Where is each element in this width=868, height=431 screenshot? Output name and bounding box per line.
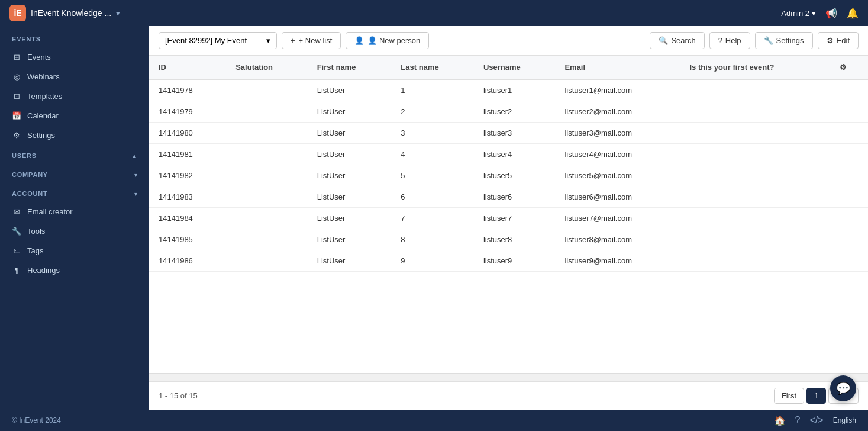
- admin-menu-button[interactable]: Admin 2 ▾: [781, 9, 816, 18]
- cell-first-event: [680, 79, 830, 101]
- cell-first-event: [680, 250, 830, 272]
- table-row[interactable]: 14141978 ListUser 1 listuser1 listuser1@…: [149, 79, 868, 101]
- table-row[interactable]: 14141979 ListUser 2 listuser2 listuser2@…: [149, 101, 868, 123]
- users-section[interactable]: USERS ▲: [0, 145, 149, 164]
- company-section[interactable]: COMPANY ▾: [0, 164, 149, 183]
- cell-email: listuser3@mail.com: [555, 123, 680, 144]
- cell-lastname: 6: [391, 186, 474, 208]
- sidebar-item-tags[interactable]: 🏷 Tags: [0, 241, 149, 260]
- cell-firstname: ListUser: [308, 123, 392, 144]
- help-label: Help: [725, 36, 741, 45]
- cell-username: listuser9: [474, 250, 556, 272]
- col-header-email: Email: [555, 56, 680, 79]
- sidebar-item-settings[interactable]: ⚙ Settings: [0, 126, 149, 145]
- calendar-icon: 📅: [12, 111, 21, 120]
- people-table: ID Salutation First name Last name Usern…: [149, 56, 868, 272]
- sidebar-item-label: Email creator: [27, 207, 73, 216]
- cell-username: listuser2: [474, 101, 556, 123]
- table-row[interactable]: 14141985 ListUser 8 listuser8 listuser8@…: [149, 229, 868, 250]
- sidebar: EVENTS ⊞ Events ◎ Webinars ⊡ Templates 📅…: [0, 26, 149, 410]
- bell-icon[interactable]: 🔔: [847, 8, 859, 19]
- col-header-salutation: Salutation: [226, 56, 307, 79]
- cell-username: listuser8: [474, 229, 556, 250]
- cell-settings: [830, 186, 868, 208]
- sidebar-item-label: Settings: [27, 131, 55, 140]
- cell-firstname: ListUser: [308, 144, 392, 165]
- sidebar-item-tools[interactable]: 🔧 Tools: [0, 221, 149, 241]
- new-person-button[interactable]: 👤 👤 New person: [346, 32, 429, 49]
- users-section-title: USERS: [12, 152, 37, 159]
- cell-settings: [830, 79, 868, 101]
- sidebar-item-label: Templates: [27, 92, 62, 101]
- cell-salutation: [226, 79, 307, 101]
- cell-firstname: ListUser: [308, 229, 392, 250]
- table-row[interactable]: 14141980 ListUser 3 listuser3 listuser3@…: [149, 123, 868, 144]
- topbar-right: Admin 2 ▾ 📢 🔔: [781, 8, 859, 19]
- event-select-label: [Event 82992] My Event: [165, 36, 247, 45]
- home-icon[interactable]: 🏠: [774, 415, 786, 426]
- company-chevron-icon: ▾: [134, 172, 137, 178]
- table-row[interactable]: 14141984 ListUser 7 listuser7 listuser7@…: [149, 208, 868, 229]
- page-1-button[interactable]: 1: [806, 388, 826, 404]
- sidebar-item-calendar[interactable]: 📅 Calendar: [0, 106, 149, 126]
- event-selector[interactable]: [Event 82992] My Event ▾: [159, 32, 277, 49]
- horizontal-scrollbar[interactable]: [149, 373, 868, 381]
- cell-settings: [830, 250, 868, 272]
- cell-lastname: 1: [391, 79, 474, 101]
- chevron-down-icon: ▾: [812, 9, 816, 18]
- code-icon[interactable]: </>: [810, 415, 824, 426]
- sidebar-item-label: Tags: [27, 246, 43, 255]
- chat-bubble-button[interactable]: 💬: [830, 375, 856, 401]
- sidebar-item-label: Calendar: [27, 111, 59, 120]
- cell-lastname: 3: [391, 123, 474, 144]
- table-row[interactable]: 14141981 ListUser 4 listuser4 listuser4@…: [149, 144, 868, 165]
- account-chevron-icon: ▾: [134, 191, 137, 197]
- cell-email: listuser5@mail.com: [555, 165, 680, 186]
- company-section-title: COMPANY: [12, 171, 48, 178]
- cell-email: listuser7@mail.com: [555, 208, 680, 229]
- new-person-label: 👤 New person: [367, 36, 420, 45]
- account-section[interactable]: ACCOUNT ▾: [0, 183, 149, 202]
- bottombar: © InEvent 2024 🏠 ? </> English: [0, 410, 868, 431]
- sidebar-item-email-creator[interactable]: ✉ Email creator: [0, 202, 149, 221]
- cell-username: listuser5: [474, 165, 556, 186]
- cell-email: listuser8@mail.com: [555, 229, 680, 250]
- notification-icon[interactable]: 📢: [825, 8, 837, 19]
- help-button[interactable]: ? Help: [709, 32, 750, 49]
- plus-icon: +: [291, 36, 295, 45]
- sidebar-item-webinars[interactable]: ◎ Webinars: [0, 67, 149, 86]
- settings-button[interactable]: 🔧 Settings: [755, 32, 813, 49]
- chevron-down-icon[interactable]: ▾: [116, 9, 120, 18]
- cell-id: 14141981: [149, 144, 226, 165]
- cell-username: listuser6: [474, 186, 556, 208]
- new-list-button[interactable]: + + New list: [282, 32, 341, 49]
- toolbar: [Event 82992] My Event ▾ + + New list 👤 …: [149, 26, 868, 56]
- table-wrapper: ID Salutation First name Last name Usern…: [149, 56, 868, 373]
- help-icon: ?: [718, 36, 722, 45]
- cell-id: 14141984: [149, 208, 226, 229]
- cell-settings: [830, 101, 868, 123]
- cell-settings: [830, 144, 868, 165]
- cell-first-event: [680, 208, 830, 229]
- first-page-button[interactable]: First: [774, 388, 804, 404]
- edit-button[interactable]: ⚙ Edit: [818, 32, 859, 49]
- sidebar-item-headings[interactable]: ¶ Headings: [0, 260, 149, 280]
- cell-settings: [830, 229, 868, 250]
- topbar: iE InEvent Knowledge ... ▾ Admin 2 ▾ 📢 🔔: [0, 0, 868, 26]
- table-header-row: ID Salutation First name Last name Usern…: [149, 56, 868, 79]
- col-header-settings[interactable]: ⚙: [830, 56, 868, 79]
- language-label[interactable]: English: [833, 416, 856, 424]
- table-row[interactable]: 14141982 ListUser 5 listuser5 listuser5@…: [149, 165, 868, 186]
- cell-salutation: [226, 101, 307, 123]
- question-icon[interactable]: ?: [795, 415, 801, 426]
- cell-email: listuser6@mail.com: [555, 186, 680, 208]
- table-row[interactable]: 14141983 ListUser 6 listuser6 listuser6@…: [149, 186, 868, 208]
- content-area: [Event 82992] My Event ▾ + + New list 👤 …: [149, 26, 868, 410]
- cell-email: listuser4@mail.com: [555, 144, 680, 165]
- search-button[interactable]: 🔍 Search: [650, 32, 704, 49]
- sidebar-item-templates[interactable]: ⊡ Templates: [0, 86, 149, 106]
- table-row[interactable]: 14141986 ListUser 9 listuser9 listuser9@…: [149, 250, 868, 272]
- sidebar-item-events[interactable]: ⊞ Events: [0, 47, 149, 67]
- tools-icon: 🔧: [12, 227, 21, 236]
- search-icon: 🔍: [659, 36, 668, 45]
